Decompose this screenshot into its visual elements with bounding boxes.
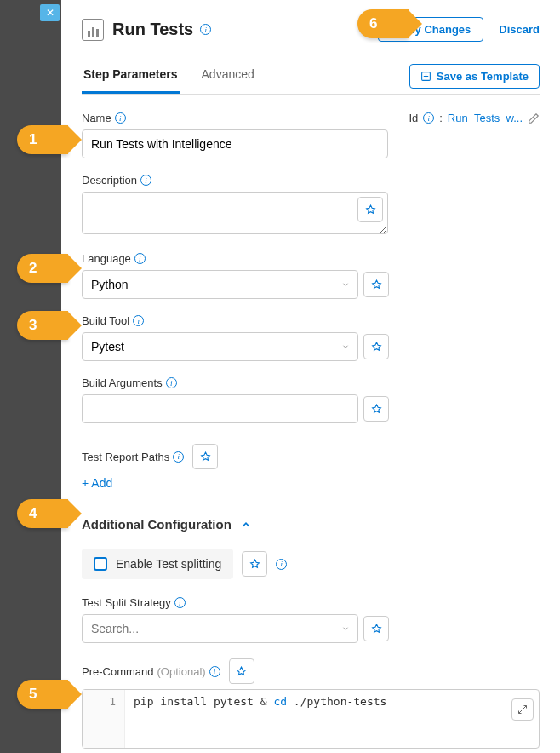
pin-icon <box>200 451 211 463</box>
pin-button[interactable] <box>363 396 389 422</box>
info-icon[interactable]: i <box>276 559 287 570</box>
test-split-strategy-select[interactable] <box>82 614 358 643</box>
info-icon[interactable]: i <box>166 377 177 388</box>
callout-4: 4 <box>17 499 68 528</box>
build-args-label: Build Arguments i <box>82 376 177 389</box>
tab-advanced[interactable]: Advanced <box>200 59 256 94</box>
description-label: Description i <box>82 174 151 187</box>
page-title: Run Tests <box>112 20 193 39</box>
step-config-panel: Run Tests i Apply Changes Discard Step P… <box>61 0 560 753</box>
id-value[interactable]: Run_Tests_w... <box>448 112 523 124</box>
enable-test-splitting-label: Enable Test splitting <box>116 557 221 571</box>
language-select[interactable]: Python <box>82 270 358 299</box>
pin-button[interactable] <box>229 658 254 684</box>
test-split-strategy-label: Test Split Strategy i <box>82 596 186 609</box>
pin-icon <box>365 204 376 216</box>
enable-test-splitting-checkbox[interactable] <box>94 557 107 571</box>
step-type-icon <box>82 19 104 41</box>
test-report-paths-label: Test Report Paths i <box>82 451 184 463</box>
pin-icon <box>371 624 382 635</box>
id-label: Id <box>409 112 418 124</box>
pin-button[interactable] <box>363 334 389 359</box>
info-icon[interactable]: i <box>209 666 220 677</box>
save-as-template-button[interactable]: Save as Template <box>409 64 540 89</box>
pre-command-label: Pre-Command (Optional) i <box>82 665 220 678</box>
description-input[interactable] <box>82 192 388 234</box>
build-tool-select[interactable]: Pytest <box>82 332 358 361</box>
chevron-down-icon <box>341 280 350 289</box>
info-icon[interactable]: i <box>140 175 151 186</box>
pre-command-editor[interactable]: 1 pip install pytest & cd ./python-tests <box>82 689 540 749</box>
name-input[interactable] <box>82 129 388 158</box>
pin-button[interactable] <box>363 616 389 641</box>
edit-icon[interactable] <box>528 112 540 124</box>
pin-button[interactable] <box>357 197 383 222</box>
pin-icon <box>236 666 247 677</box>
template-icon <box>420 71 431 82</box>
info-icon[interactable]: i <box>200 24 211 35</box>
code-content[interactable]: pip install pytest & cd ./python-tests <box>125 690 539 748</box>
info-icon[interactable]: i <box>173 451 184 463</box>
pin-icon <box>371 342 382 353</box>
chevron-up-icon <box>240 519 252 531</box>
pin-button[interactable] <box>192 444 218 469</box>
pin-button[interactable] <box>242 551 267 577</box>
callout-3: 3 <box>17 311 68 340</box>
pin-icon <box>249 559 260 570</box>
expand-editor-button[interactable] <box>511 698 534 721</box>
additional-config-section-toggle[interactable]: Additional Configuration <box>82 517 540 532</box>
expand-icon <box>517 704 528 715</box>
chevron-down-icon <box>341 624 350 633</box>
info-icon[interactable]: i <box>174 597 186 608</box>
chevron-down-icon <box>341 342 350 351</box>
name-label: Name i <box>82 112 126 124</box>
build-args-input[interactable] <box>82 394 358 423</box>
code-gutter: 1 <box>83 690 125 748</box>
close-tab[interactable]: ✕ <box>40 4 60 21</box>
info-icon[interactable]: i <box>115 112 126 124</box>
tab-step-parameters[interactable]: Step Parameters <box>82 59 180 94</box>
build-tool-label: Build Tool i <box>82 314 144 327</box>
callout-2: 2 <box>17 254 68 283</box>
info-icon[interactable]: i <box>134 253 146 264</box>
info-icon[interactable]: i <box>423 112 434 124</box>
pin-icon <box>371 279 382 290</box>
add-path-link[interactable]: + Add <box>82 476 112 490</box>
info-icon[interactable]: i <box>133 315 144 326</box>
pin-icon <box>371 404 382 415</box>
discard-link[interactable]: Discard <box>499 23 540 36</box>
callout-5: 5 <box>17 680 68 709</box>
callout-1: 1 <box>17 125 68 154</box>
callout-6: 6 <box>357 9 409 38</box>
pin-button[interactable] <box>363 272 389 297</box>
language-label: Language i <box>82 252 146 265</box>
